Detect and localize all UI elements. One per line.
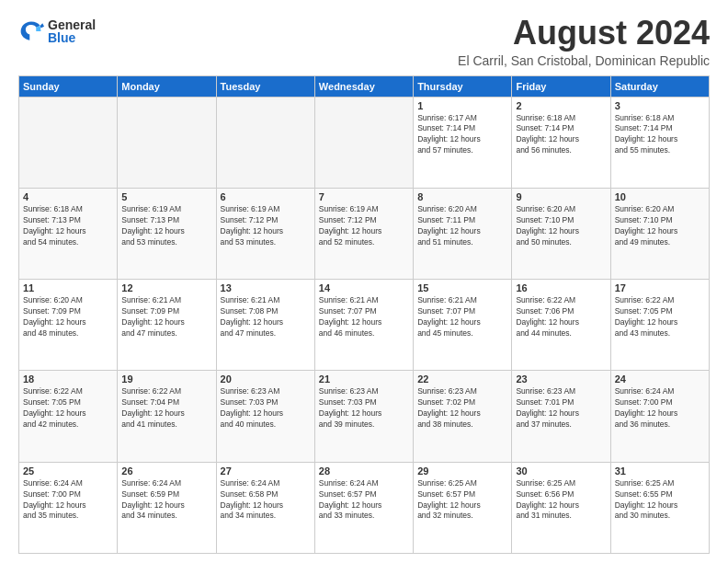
day-info: Sunrise: 6:24 AM Sunset: 6:57 PM Dayligh…: [319, 478, 409, 523]
day-number: 6: [221, 191, 311, 202]
calendar-cell: 2Sunrise: 6:18 AM Sunset: 7:14 PM Daylig…: [512, 97, 610, 188]
day-number: 19: [121, 373, 211, 385]
day-number: 22: [417, 373, 507, 385]
day-info: Sunrise: 6:23 AM Sunset: 7:02 PM Dayligh…: [417, 386, 507, 431]
day-info: Sunrise: 6:22 AM Sunset: 7:04 PM Dayligh…: [121, 386, 211, 431]
day-info: Sunrise: 6:25 AM Sunset: 6:57 PM Dayligh…: [417, 478, 507, 523]
calendar-week-5: 25Sunrise: 6:24 AM Sunset: 7:00 PM Dayli…: [19, 462, 710, 553]
calendar-cell: 17Sunrise: 6:22 AM Sunset: 7:05 PM Dayli…: [610, 280, 709, 371]
day-number: 15: [417, 282, 507, 293]
month-year-title: August 2024: [458, 15, 710, 52]
calendar-cell: 18Sunrise: 6:22 AM Sunset: 7:05 PM Dayli…: [19, 371, 118, 462]
day-number: 27: [221, 465, 311, 477]
calendar-body: 1Sunrise: 6:17 AM Sunset: 7:14 PM Daylig…: [19, 97, 710, 553]
day-number: 26: [121, 465, 211, 477]
day-number: 25: [23, 465, 113, 477]
header: General Blue August 2024 El Carril, San …: [18, 15, 710, 68]
calendar-week-3: 11Sunrise: 6:20 AM Sunset: 7:09 PM Dayli…: [19, 280, 710, 371]
day-info: Sunrise: 6:24 AM Sunset: 6:59 PM Dayligh…: [121, 478, 211, 523]
calendar-cell: 24Sunrise: 6:24 AM Sunset: 7:00 PM Dayli…: [610, 371, 709, 462]
day-info: Sunrise: 6:17 AM Sunset: 7:14 PM Dayligh…: [417, 113, 507, 157]
calendar-week-2: 4Sunrise: 6:18 AM Sunset: 7:13 PM Daylig…: [19, 188, 710, 279]
day-number: 23: [516, 373, 606, 385]
calendar-cell: 7Sunrise: 6:19 AM Sunset: 7:12 PM Daylig…: [314, 188, 413, 279]
col-tuesday: Tuesday: [216, 75, 314, 97]
day-info: Sunrise: 6:21 AM Sunset: 7:07 PM Dayligh…: [319, 295, 409, 339]
calendar-cell: 6Sunrise: 6:19 AM Sunset: 7:12 PM Daylig…: [216, 188, 314, 279]
logo-icon: [18, 18, 44, 44]
calendar-week-1: 1Sunrise: 6:17 AM Sunset: 7:14 PM Daylig…: [19, 97, 710, 188]
day-number: 29: [417, 465, 507, 477]
day-number: 30: [516, 465, 606, 477]
calendar-cell: 27Sunrise: 6:24 AM Sunset: 6:58 PM Dayli…: [216, 462, 314, 553]
calendar-week-4: 18Sunrise: 6:22 AM Sunset: 7:05 PM Dayli…: [19, 371, 710, 462]
day-info: Sunrise: 6:21 AM Sunset: 7:07 PM Dayligh…: [417, 295, 507, 339]
page: General Blue August 2024 El Carril, San …: [0, 0, 728, 563]
calendar-cell: 5Sunrise: 6:19 AM Sunset: 7:13 PM Daylig…: [118, 188, 216, 279]
logo: General Blue: [18, 18, 96, 44]
day-number: 31: [615, 465, 705, 477]
calendar-cell: 25Sunrise: 6:24 AM Sunset: 7:00 PM Dayli…: [19, 462, 118, 553]
calendar-cell: 13Sunrise: 6:21 AM Sunset: 7:08 PM Dayli…: [216, 280, 314, 371]
day-info: Sunrise: 6:22 AM Sunset: 7:05 PM Dayligh…: [23, 386, 113, 431]
header-row: Sunday Monday Tuesday Wednesday Thursday…: [19, 75, 710, 97]
calendar-cell: 22Sunrise: 6:23 AM Sunset: 7:02 PM Dayli…: [414, 371, 512, 462]
calendar-cell: 10Sunrise: 6:20 AM Sunset: 7:10 PM Dayli…: [610, 188, 709, 279]
calendar-cell: 8Sunrise: 6:20 AM Sunset: 7:11 PM Daylig…: [414, 188, 512, 279]
day-info: Sunrise: 6:18 AM Sunset: 7:13 PM Dayligh…: [23, 204, 113, 248]
day-info: Sunrise: 6:19 AM Sunset: 7:13 PM Dayligh…: [121, 204, 211, 248]
title-block: August 2024 El Carril, San Cristobal, Do…: [458, 15, 710, 68]
day-number: 20: [221, 373, 311, 385]
day-number: 4: [23, 191, 113, 202]
calendar-cell: [314, 97, 413, 188]
calendar-cell: 31Sunrise: 6:25 AM Sunset: 6:55 PM Dayli…: [610, 462, 709, 553]
calendar-cell: 3Sunrise: 6:18 AM Sunset: 7:14 PM Daylig…: [610, 97, 709, 188]
calendar-cell: 30Sunrise: 6:25 AM Sunset: 6:56 PM Dayli…: [512, 462, 610, 553]
day-info: Sunrise: 6:25 AM Sunset: 6:56 PM Dayligh…: [516, 478, 606, 523]
day-number: 11: [23, 282, 113, 293]
col-friday: Friday: [512, 75, 610, 97]
calendar-cell: [19, 97, 118, 188]
day-number: 5: [121, 191, 211, 202]
day-info: Sunrise: 6:21 AM Sunset: 7:08 PM Dayligh…: [221, 295, 311, 339]
calendar-cell: 26Sunrise: 6:24 AM Sunset: 6:59 PM Dayli…: [118, 462, 216, 553]
calendar-cell: 15Sunrise: 6:21 AM Sunset: 7:07 PM Dayli…: [414, 280, 512, 371]
day-info: Sunrise: 6:18 AM Sunset: 7:14 PM Dayligh…: [516, 113, 606, 157]
col-monday: Monday: [118, 75, 216, 97]
calendar-cell: 14Sunrise: 6:21 AM Sunset: 7:07 PM Dayli…: [314, 280, 413, 371]
logo-general: General: [48, 18, 96, 31]
day-info: Sunrise: 6:25 AM Sunset: 6:55 PM Dayligh…: [615, 478, 705, 523]
calendar-cell: 1Sunrise: 6:17 AM Sunset: 7:14 PM Daylig…: [414, 97, 512, 188]
calendar-cell: 29Sunrise: 6:25 AM Sunset: 6:57 PM Dayli…: [414, 462, 512, 553]
day-info: Sunrise: 6:22 AM Sunset: 7:06 PM Dayligh…: [516, 295, 606, 339]
day-number: 21: [319, 373, 409, 385]
calendar-cell: [118, 97, 216, 188]
day-number: 18: [23, 373, 113, 385]
day-number: 7: [319, 191, 409, 202]
day-number: 2: [516, 100, 606, 111]
day-info: Sunrise: 6:21 AM Sunset: 7:09 PM Dayligh…: [121, 295, 211, 339]
col-thursday: Thursday: [414, 75, 512, 97]
day-number: 16: [516, 282, 606, 293]
calendar-cell: 9Sunrise: 6:20 AM Sunset: 7:10 PM Daylig…: [512, 188, 610, 279]
calendar-cell: 12Sunrise: 6:21 AM Sunset: 7:09 PM Dayli…: [118, 280, 216, 371]
day-number: 28: [319, 465, 409, 477]
day-info: Sunrise: 6:20 AM Sunset: 7:10 PM Dayligh…: [516, 204, 606, 248]
day-info: Sunrise: 6:24 AM Sunset: 6:58 PM Dayligh…: [221, 478, 311, 523]
day-number: 17: [615, 282, 705, 293]
day-info: Sunrise: 6:22 AM Sunset: 7:05 PM Dayligh…: [615, 295, 705, 339]
logo-text: General Blue: [48, 18, 96, 44]
day-info: Sunrise: 6:24 AM Sunset: 7:00 PM Dayligh…: [23, 478, 113, 523]
day-info: Sunrise: 6:24 AM Sunset: 7:00 PM Dayligh…: [615, 386, 705, 431]
location-title: El Carril, San Cristobal, Dominican Repu…: [458, 53, 710, 68]
calendar-cell: 19Sunrise: 6:22 AM Sunset: 7:04 PM Dayli…: [118, 371, 216, 462]
calendar-cell: 20Sunrise: 6:23 AM Sunset: 7:03 PM Dayli…: [216, 371, 314, 462]
col-wednesday: Wednesday: [314, 75, 413, 97]
calendar-cell: 16Sunrise: 6:22 AM Sunset: 7:06 PM Dayli…: [512, 280, 610, 371]
day-number: 8: [417, 191, 507, 202]
calendar-cell: 23Sunrise: 6:23 AM Sunset: 7:01 PM Dayli…: [512, 371, 610, 462]
day-number: 10: [615, 191, 705, 202]
day-number: 24: [615, 373, 705, 385]
day-info: Sunrise: 6:23 AM Sunset: 7:03 PM Dayligh…: [319, 386, 409, 431]
day-info: Sunrise: 6:20 AM Sunset: 7:10 PM Dayligh…: [615, 204, 705, 248]
